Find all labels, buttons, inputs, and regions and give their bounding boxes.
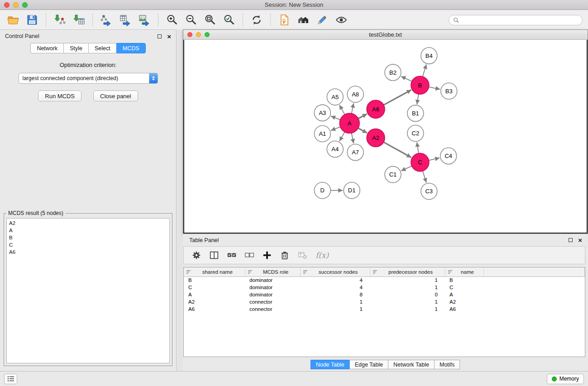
tab-motifs[interactable]: Motifs [434,360,460,369]
column-header[interactable]: shared name [184,267,245,276]
window-titlebar[interactable]: Session: New Session [0,0,588,10]
node-A8[interactable]: A8 [347,86,363,102]
export-table-button[interactable] [117,12,134,28]
network-close-button[interactable] [187,32,192,37]
zoom-out-button[interactable] [182,12,200,28]
task-history-button[interactable] [4,374,17,384]
tab-edge-table[interactable]: Edge Table [349,360,388,369]
close-window-button[interactable] [4,2,10,8]
table-cell[interactable]: 1 [370,298,445,305]
search-box[interactable] [449,15,583,25]
zoom-selected-button[interactable] [220,12,238,28]
node-D[interactable]: D [314,182,330,199]
node-A3[interactable]: A3 [314,105,330,121]
node-A5[interactable]: A5 [327,89,343,105]
run-mcds-button[interactable]: Run MCDS [38,91,81,101]
table-cell[interactable]: A2 [445,298,483,305]
table-row[interactable]: A2connector11A2 [184,298,585,305]
edge-C-C1[interactable] [401,166,411,171]
node-C2[interactable]: C2 [407,125,424,141]
zoom-in-button[interactable] [163,12,181,28]
tab-mcds[interactable]: MCDS [116,43,146,53]
edge-B-B4[interactable] [423,64,426,76]
node-C[interactable]: C [411,153,429,172]
table-cell[interactable]: A [445,291,483,298]
edge-A-A2[interactable] [358,128,367,133]
show-columns-button[interactable] [207,248,221,262]
node-table[interactable]: shared nameMCDS rolesuccessor nodesprede… [183,267,585,357]
list-item[interactable]: A [9,227,167,234]
table-row[interactable]: Cdominator41C [184,284,585,291]
table-row[interactable]: Adominator80A [184,291,585,298]
edge-B-B1[interactable] [417,94,419,105]
table-cell[interactable]: 4 [300,284,370,291]
edge-A-A5[interactable] [339,105,345,114]
table-cell[interactable]: C [445,284,483,291]
close-table-panel-icon[interactable]: × [578,237,582,243]
network-window-titlebar[interactable]: testGlobe.txt [183,30,588,40]
table-cell[interactable]: 1 [370,284,445,291]
table-cell[interactable]: A6 [445,305,483,313]
edge-A-A1[interactable] [331,127,340,130]
edge-A2-C[interactable] [384,142,411,157]
table-cell[interactable]: B [184,276,245,284]
tab-node-table[interactable]: Node Table [311,360,350,369]
fullscreen-window-button[interactable] [22,2,28,8]
edge-A-A6[interactable] [359,114,367,119]
node-A6[interactable]: A6 [367,100,385,118]
memory-button[interactable]: Memory [547,374,584,384]
table-cell[interactable]: 1 [300,305,370,313]
tab-style[interactable]: Style [63,43,89,53]
delete-column-button[interactable] [277,248,292,262]
table-cell[interactable]: A6 [184,305,245,313]
minimize-window-button[interactable] [13,2,19,8]
list-item[interactable]: A6 [9,248,167,256]
delete-table-button[interactable] [295,248,310,262]
network-maximize-button[interactable] [205,32,210,37]
table-cell[interactable]: 1 [370,305,445,313]
edge-A-A3[interactable] [331,116,340,120]
node-B4[interactable]: B4 [421,48,437,64]
network-canvas[interactable]: B4B2BB3A5A8A6A3B1AA1C2A2A4A7CC4C1C3DD1 [183,40,588,234]
node-B3[interactable]: B3 [441,83,457,99]
tab-network-table[interactable]: Network Table [388,360,435,369]
close-panel-button[interactable]: Close panel [93,91,138,101]
edge-A-A7[interactable] [352,133,354,143]
first-neighbors-button[interactable] [295,12,312,28]
table-cell[interactable]: connector [245,305,300,313]
node-C1[interactable]: C1 [385,167,401,183]
table-cell[interactable]: C [184,284,245,291]
list-item[interactable]: C [9,241,167,248]
float-panel-icon[interactable] [158,34,162,38]
node-D1[interactable]: D1 [344,182,360,199]
edge-A-A8[interactable] [352,103,354,114]
annotation-button[interactable] [314,12,331,28]
mcds-result-list[interactable]: A2ABCA6 [6,218,170,363]
column-header[interactable]: predecessor nodes [370,267,445,276]
table-cell[interactable]: dominator [245,284,300,291]
table-cell[interactable]: A2 [184,298,245,305]
table-cell[interactable]: dominator [245,276,300,284]
add-column-button[interactable] [260,248,274,262]
table-cell[interactable]: 8 [300,291,370,298]
node-A4[interactable]: A4 [327,141,343,157]
column-header[interactable]: successor nodes [300,267,370,276]
table-row[interactable]: Bdominator41B [184,276,585,284]
table-cell[interactable]: dominator [245,291,300,298]
column-header[interactable]: name [445,267,483,276]
function-builder-button[interactable]: f(x) [316,251,329,260]
close-panel-icon[interactable]: × [167,33,171,40]
float-table-panel-icon[interactable] [569,238,573,242]
table-cell[interactable]: A [184,291,245,298]
table-settings-button[interactable] [189,248,204,262]
edge-B-B2[interactable] [401,76,412,81]
network-minimize-button[interactable] [196,32,201,37]
node-B[interactable]: B [411,76,429,94]
deselect-all-button[interactable] [242,248,257,262]
node-B1[interactable]: B1 [407,105,424,121]
edge-A-A4[interactable] [339,132,344,141]
apply-layout-button[interactable] [248,12,265,28]
criterion-dropdown[interactable]: largest connected component (directed) [19,73,158,84]
table-cell[interactable]: 1 [370,276,445,284]
zoom-fit-button[interactable] [201,12,219,28]
